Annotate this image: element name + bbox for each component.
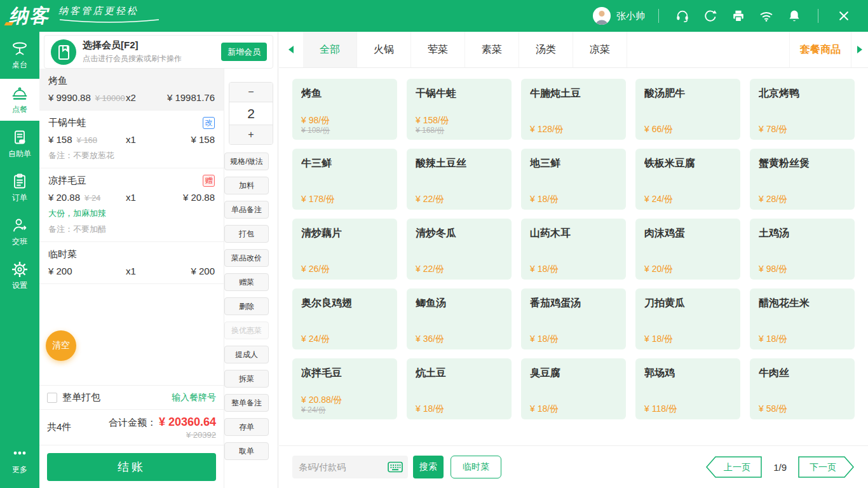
sidebar-item-more[interactable]: 更多 bbox=[0, 440, 39, 480]
sidebar-item-self-order[interactable]: 自助单 bbox=[0, 124, 39, 165]
next-page-button[interactable]: 下一页 bbox=[798, 456, 854, 478]
menu-item-card[interactable]: 山药木耳¥ 18/份 bbox=[521, 219, 626, 280]
menu-item-card[interactable]: 酸辣土豆丝¥ 22/份 bbox=[407, 149, 512, 210]
sidebar-item-shift[interactable]: 交班 bbox=[0, 212, 39, 252]
brand-logo-text: 纳客 bbox=[9, 1, 50, 30]
tab-火锅[interactable]: 火锅 bbox=[357, 32, 411, 67]
order-item-qty: x2 bbox=[126, 92, 159, 103]
menu-item-price: ¥ 20/份 bbox=[644, 264, 734, 274]
action-button-赠菜[interactable]: 赠菜 bbox=[224, 273, 269, 291]
sidebar-item-settings[interactable]: 设置 bbox=[0, 255, 39, 296]
action-button-加料[interactable]: 加料 bbox=[224, 177, 269, 194]
order-item[interactable]: 临时菜¥ 200x1¥ 200 bbox=[39, 242, 224, 284]
order-item-note: 备注：不要放葱花 bbox=[48, 150, 215, 161]
menu-item-card[interactable]: 牛肉丝¥ 58/份 bbox=[750, 358, 855, 419]
headset-icon[interactable] bbox=[675, 9, 689, 23]
table-number-link[interactable]: 输入餐牌号 bbox=[172, 392, 216, 403]
barcode-input[interactable] bbox=[299, 462, 388, 472]
tab-combo-products[interactable]: 套餐商品 bbox=[790, 32, 851, 67]
menu-item-card[interactable]: 炕土豆¥ 18/份 bbox=[407, 358, 512, 419]
bell-icon[interactable] bbox=[787, 9, 801, 23]
menu-item-name: 地三鲜 bbox=[530, 157, 620, 170]
menu-item-price: ¥ 20.88/份 bbox=[301, 395, 391, 405]
checkout-button[interactable]: 结账 bbox=[47, 453, 216, 481]
menu-item-card[interactable]: 凉拌毛豆¥ 20.88/份¥ 24/份 bbox=[292, 358, 397, 419]
action-button-拆菜[interactable]: 拆菜 bbox=[224, 370, 269, 388]
sidebar-item-orders[interactable]: 订单 bbox=[0, 168, 39, 208]
topbar-divider bbox=[658, 9, 659, 23]
order-item-prices: ¥ 9990.88¥ 10000 bbox=[48, 92, 126, 104]
order-item[interactable]: 干锅牛蛙改¥ 158¥ 168x1¥ 158备注：不要放葱花 bbox=[39, 111, 224, 168]
action-button-删除[interactable]: 删除 bbox=[224, 297, 269, 315]
action-button-提成人[interactable]: 提成人 bbox=[224, 346, 269, 363]
menu-item-card[interactable]: 郭场鸡¥ 118/份 bbox=[635, 358, 740, 419]
printer-icon[interactable] bbox=[731, 9, 745, 23]
action-button-单品备注[interactable]: 单品备注 bbox=[224, 201, 269, 219]
user-name[interactable]: 张小帅 bbox=[616, 10, 645, 22]
menu-item-price: ¥ 22/份 bbox=[416, 194, 505, 205]
menu-item-card[interactable]: 土鸡汤¥ 98/份 bbox=[750, 219, 855, 280]
menu-item-card[interactable]: 酸汤肥牛¥ 66/份 bbox=[635, 79, 740, 140]
menu-item-card[interactable]: 北京烤鸭¥ 78/份 bbox=[750, 79, 855, 140]
sidebar-item-table[interactable]: 桌台 bbox=[0, 35, 39, 76]
tab-凉菜[interactable]: 凉菜 bbox=[573, 32, 627, 67]
menu-item-card[interactable]: 刀拍黄瓜¥ 18/份 bbox=[635, 288, 740, 349]
prev-page-button[interactable]: 上一页 bbox=[706, 456, 762, 478]
menu-item-card[interactable]: 奥尔良鸡翅¥ 24/份 bbox=[292, 288, 397, 349]
wifi-icon[interactable] bbox=[759, 9, 773, 23]
order-item-name: 烤鱼 bbox=[48, 75, 215, 87]
qty-minus-button[interactable]: − bbox=[229, 83, 273, 102]
tabs-scroll-left-icon[interactable] bbox=[279, 32, 303, 67]
menu-item-name: 番茄鸡蛋汤 bbox=[530, 297, 620, 310]
action-button-存单[interactable]: 存单 bbox=[224, 418, 269, 436]
order-item[interactable]: 凉拌毛豆赠¥ 20.88¥ 24x1¥ 20.88大份，加麻加辣备注：不要加醋 bbox=[39, 168, 224, 242]
search-button[interactable]: 搜索 bbox=[413, 456, 444, 478]
menu-item-prices: ¥ 28/份 bbox=[759, 194, 848, 205]
action-button-取单[interactable]: 取单 bbox=[224, 442, 269, 460]
member-select-bar[interactable]: 选择会员[F2] 点击进行会员搜索或刷卡操作 新增会员 bbox=[44, 35, 273, 69]
action-button-打包[interactable]: 打包 bbox=[224, 225, 269, 243]
menu-item-card[interactable]: 铁板米豆腐¥ 24/份 bbox=[635, 149, 740, 210]
close-icon[interactable] bbox=[837, 9, 851, 23]
menu-item-card[interactable]: 醋泡花生米¥ 18/份 bbox=[750, 288, 855, 349]
menu-item-card[interactable]: 清炒冬瓜¥ 22/份 bbox=[407, 219, 512, 280]
avatar[interactable] bbox=[593, 7, 611, 25]
menu-item-prices: ¥ 22/份 bbox=[416, 194, 505, 205]
menu-item-card[interactable]: 番茄鸡蛋汤¥ 18/份 bbox=[521, 288, 626, 349]
action-button-菜品改价[interactable]: 菜品改价 bbox=[224, 249, 269, 267]
order-column: 烤鱼¥ 9990.88¥ 10000x2¥ 19981.76干锅牛蛙改¥ 158… bbox=[39, 69, 224, 488]
clear-order-button[interactable]: 清空 bbox=[46, 330, 76, 361]
action-button-整单备注[interactable]: 整单备注 bbox=[224, 394, 269, 412]
sidebar-item-label: 订单 bbox=[12, 193, 27, 203]
menu-item-card[interactable]: 臭豆腐¥ 18/份 bbox=[521, 358, 626, 419]
tab-素菜[interactable]: 素菜 bbox=[465, 32, 519, 67]
menu-item-card[interactable]: 地三鲜¥ 18/份 bbox=[521, 149, 626, 210]
sidebar-item-label: 点餐 bbox=[12, 104, 27, 115]
sidebar-item-dine[interactable]: 点餐 bbox=[0, 79, 39, 121]
keyboard-icon[interactable] bbox=[388, 461, 403, 473]
action-button-规格/做法[interactable]: 规格/做法 bbox=[224, 152, 269, 170]
gift-badge[interactable]: 赠 bbox=[203, 175, 215, 187]
tab-全部[interactable]: 全部 bbox=[303, 32, 357, 67]
modify-badge[interactable]: 改 bbox=[203, 117, 215, 129]
menu-item-card[interactable]: 蟹黄粉丝煲¥ 28/份 bbox=[750, 149, 855, 210]
menu-item-card[interactable]: 牛腩炖土豆¥ 128/份 bbox=[521, 79, 626, 140]
tab-汤类[interactable]: 汤类 bbox=[519, 32, 573, 67]
menu-item-prices: ¥ 24/份 bbox=[644, 194, 734, 205]
menu-item-card[interactable]: 牛三鲜¥ 178/份 bbox=[292, 149, 397, 210]
order-item[interactable]: 烤鱼¥ 9990.88¥ 10000x2¥ 19981.76 bbox=[39, 69, 224, 111]
menu-item-card[interactable]: 烤鱼¥ 98/份¥ 108/份 bbox=[292, 79, 397, 140]
tabs-scroll-right-icon[interactable] bbox=[851, 32, 868, 67]
pack-checkbox[interactable] bbox=[47, 393, 57, 403]
qty-plus-button[interactable]: + bbox=[229, 125, 273, 144]
sync-icon[interactable] bbox=[703, 9, 717, 23]
menu-item-card[interactable]: 肉沫鸡蛋¥ 20/份 bbox=[635, 219, 740, 280]
temp-dish-button[interactable]: 临时菜 bbox=[451, 456, 501, 478]
tab-荤菜[interactable]: 荤菜 bbox=[411, 32, 465, 67]
menu-item-price: ¥ 18/份 bbox=[530, 194, 620, 205]
menu-item-card[interactable]: 鲫鱼汤¥ 36/份 bbox=[407, 288, 512, 349]
menu-item-card[interactable]: 清炒藕片¥ 26/份 bbox=[292, 219, 397, 280]
add-member-button[interactable]: 新增会员 bbox=[221, 43, 267, 61]
menu-item-card[interactable]: 干锅牛蛙¥ 158/份¥ 168/份 bbox=[407, 79, 512, 140]
menu-item-name: 蟹黄粉丝煲 bbox=[759, 157, 848, 170]
